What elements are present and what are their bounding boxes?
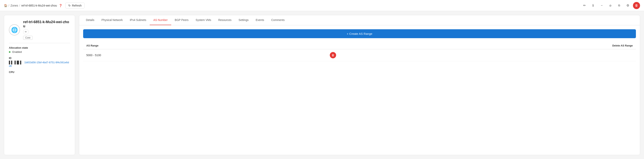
breadcrumb-zones[interactable]: Zones	[10, 4, 18, 7]
refresh-icon: ↻	[68, 4, 71, 7]
settings-button[interactable]: ⚙	[624, 2, 631, 9]
zone-globe-icon: 🌐	[9, 24, 20, 35]
tab-as-number[interactable]: AS Number	[150, 15, 171, 25]
zone-edit-button[interactable]: ✏	[23, 29, 29, 35]
breadcrumb-sep-1: /	[8, 4, 9, 7]
minus-icon: −	[601, 4, 602, 7]
divider-1	[9, 43, 70, 43]
tab-details[interactable]: Details	[82, 15, 98, 25]
col-delete-as-range: Delete AS Range	[327, 42, 636, 49]
as-range-value: 5000 - 5100	[83, 49, 327, 61]
header-actions: ✏ ℹ − ⊘ ⧉ ⚙ 🗑	[581, 2, 640, 9]
id-section: ID ▌▌▐▐▌▌ 1b653d56-15bf-4bd7-8751-9f4c56…	[9, 57, 70, 67]
id-label: ID	[9, 57, 70, 60]
refresh-label: Refresh	[72, 4, 82, 7]
edit-button[interactable]: ✏	[581, 2, 588, 9]
tab-physical-network[interactable]: Physical Network	[98, 15, 126, 25]
tab-bgp-peers[interactable]: BGP Peers	[171, 15, 192, 25]
trash-icon: 🗑	[332, 54, 334, 57]
tabs-bar: Details Physical Network IPv4 Subnets AS…	[79, 15, 640, 25]
info-button[interactable]: ℹ	[590, 2, 596, 9]
block-button[interactable]: ⊘	[607, 2, 614, 9]
header: 🏠 / Zones / ref-trl-6851-k-Mu24-wei-zhou…	[0, 0, 644, 11]
main-content: 🌐 ref-trl-6851-k-Mu24-wei-zhou ✏ Core Al…	[0, 11, 644, 159]
breadcrumb-current: ref-trl-6851-k-Mu24-wei-zhou	[21, 4, 57, 7]
tab-comments[interactable]: Comments	[268, 15, 288, 25]
delete-as-range-button[interactable]: 🗑	[330, 52, 336, 58]
allocation-state-section: Allocation state Enabled	[9, 46, 70, 53]
allocation-state-text: Enabled	[12, 50, 22, 53]
enabled-dot	[9, 51, 10, 53]
help-icon[interactable]: ❓	[59, 4, 62, 7]
settings-icon: ⚙	[626, 4, 629, 7]
zone-name: ref-trl-6851-k-Mu24-wei-zhou	[23, 20, 70, 28]
home-icon[interactable]: 🏠	[4, 4, 7, 7]
allocation-state-label: Allocation state	[9, 46, 70, 49]
cpu-label: CPU	[9, 71, 70, 74]
edit-icon: ✏	[583, 4, 586, 7]
as-number-content: + Create AS Range AS Range Delete AS Ran…	[79, 25, 640, 155]
id-value-row: ▌▌▐▐▌▌ 1b653d56-15bf-4bd7-8751-9f4c561e6…	[9, 61, 70, 67]
tab-ipv4-subnets[interactable]: IPv4 Subnets	[126, 15, 150, 25]
header-left: 🏠 / Zones / ref-trl-6851-k-Mu24-wei-zhou…	[4, 3, 84, 9]
breadcrumb: 🏠 / Zones / ref-trl-6851-k-Mu24-wei-zhou…	[4, 4, 62, 7]
copy-icon: ⧉	[618, 4, 620, 7]
barcode-icon: ▌▌▐▐▌▌	[9, 61, 22, 64]
right-panel: Details Physical Network IPv4 Subnets AS…	[79, 15, 640, 155]
breadcrumb-sep-2: /	[19, 4, 20, 7]
delete-button[interactable]: 🗑	[633, 2, 640, 9]
cpu-section: CPU	[9, 71, 70, 74]
info-icon: ℹ	[592, 4, 594, 7]
allocation-state-value: Enabled	[9, 50, 70, 53]
tab-settings[interactable]: Settings	[235, 15, 252, 25]
zone-badge: Core	[23, 36, 32, 40]
refresh-button[interactable]: ↻ Refresh	[65, 3, 84, 9]
col-as-range: AS Range	[83, 42, 327, 49]
minus-button[interactable]: −	[598, 2, 605, 9]
create-as-range-button[interactable]: + Create AS Range	[83, 29, 636, 38]
copy-button[interactable]: ⧉	[616, 2, 623, 9]
left-panel: 🌐 ref-trl-6851-k-Mu24-wei-zhou ✏ Core Al…	[4, 15, 75, 155]
table-row: 5000 - 5100 🗑	[83, 49, 636, 61]
zone-header: 🌐 ref-trl-6851-k-Mu24-wei-zhou ✏ Core	[9, 20, 70, 40]
as-range-table: AS Range Delete AS Range 5000 - 5100 🗑	[83, 42, 636, 61]
tab-system-vms[interactable]: System VMs	[192, 15, 215, 25]
tab-resources[interactable]: Resources	[215, 15, 235, 25]
delete-icon: 🗑	[635, 4, 638, 7]
tab-events[interactable]: Events	[252, 15, 268, 25]
block-icon: ⊘	[609, 4, 612, 7]
